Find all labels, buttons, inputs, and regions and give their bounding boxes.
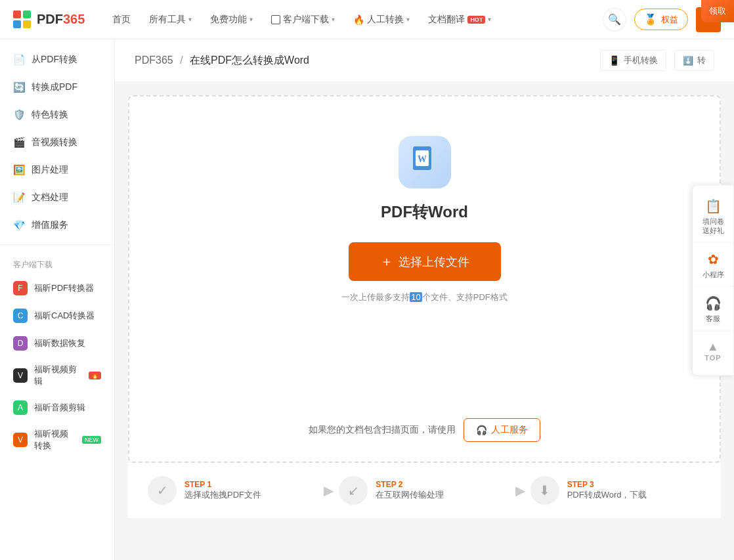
float-top-button[interactable]: ▲ TOP — [693, 334, 733, 368]
data-recovery-icon: D — [13, 336, 28, 351]
upload-file-button[interactable]: ＋ 选择上传文件 — [349, 242, 501, 281]
step-1-label: STEP 1 — [184, 480, 318, 489]
step-1-desc: 选择或拖拽PDF文件 — [184, 489, 318, 501]
lingqu-button[interactable]: 领取 — [701, 0, 734, 22]
download-convert-button[interactable]: ⬇️ 转 — [674, 50, 714, 71]
breadcrumb-home[interactable]: PDF365 — [135, 54, 173, 66]
sidebar-item-to-pdf[interactable]: 🔄 转换成PDF — [0, 74, 114, 101]
nav-human-convert[interactable]: 🔥 人工转换 ▾ — [345, 10, 418, 30]
chevron-down-icon: ▾ — [332, 16, 335, 23]
content-area: PDF365 / 在线PDF怎么转换成Word 📱 手机转换 ⬇️ 转 — [115, 39, 734, 560]
tool-icon-wrapper: W — [399, 136, 451, 188]
sidebar: 📄 从PDF转换 🔄 转换成PDF 🛡️ 特色转换 🎬 音视频转换 🖼️ 图片处… — [0, 39, 115, 560]
video-edit-icon: V — [13, 368, 28, 383]
human-service-text: 如果您的文档包含扫描页面，请使用 — [309, 424, 456, 436]
phone-icon: 📱 — [609, 55, 620, 66]
step-2-label: STEP 2 — [376, 480, 509, 489]
svg-text:W: W — [418, 154, 427, 164]
download-icon: ⬇️ — [683, 56, 693, 66]
step-3-content: STEP 3 PDF转成Word，下载 — [559, 480, 701, 501]
logo-sq-yellow — [23, 20, 31, 28]
chevron-down-icon: ▾ — [249, 16, 253, 23]
step-3-desc: PDF转成Word，下载 — [567, 489, 701, 501]
cad-converter-icon: C — [13, 309, 28, 323]
quanyi-icon: 🏅 — [644, 13, 657, 26]
to-pdf-icon: 🔄 — [13, 81, 25, 93]
sidebar-client-cad-converter[interactable]: C 福昕CAD转换器 — [0, 302, 114, 330]
sidebar-item-doc-process[interactable]: 📝 文档处理 — [0, 184, 114, 211]
plus-icon: ＋ — [380, 253, 393, 270]
value-added-icon: 💎 — [13, 219, 25, 231]
client-section-title: 客户端下载 — [0, 250, 114, 274]
step-2-desc: 在互联网传输处理 — [376, 489, 509, 501]
av-convert-icon: 🎬 — [13, 137, 25, 148]
sidebar-item-image-process[interactable]: 🖼️ 图片处理 — [0, 156, 114, 184]
customer-service-icon: 🎧 — [705, 296, 722, 312]
step-1: ✓ STEP 1 选择或拖拽PDF文件 — [148, 476, 318, 505]
steps-section: ✓ STEP 1 选择或拖拽PDF文件 ▶ ↙ STEP 2 在互联网传输处理 … — [128, 463, 721, 518]
fire-badge: 🔥 — [89, 372, 101, 379]
step-2: ↙ STEP 2 在互联网传输处理 — [339, 476, 509, 505]
headset-icon: 🎧 — [476, 425, 487, 435]
pdf-converter-icon: F — [13, 281, 28, 295]
nav-client-download[interactable]: 客户端下载 ▾ — [263, 10, 343, 30]
step-3: ⬇ STEP 3 PDF转成Word，下载 — [530, 476, 701, 505]
chevron-down-icon: ▾ — [488, 16, 491, 23]
breadcrumb-separator: / — [180, 54, 183, 66]
chevron-down-icon: ▾ — [406, 16, 410, 23]
float-miniprogram[interactable]: ✿ 小程序 — [693, 246, 733, 287]
nav-home[interactable]: 首页 — [104, 10, 139, 30]
mobile-convert-button[interactable]: 📱 手机转换 — [600, 50, 666, 71]
video-convert-icon: V — [13, 433, 28, 447]
human-service-area: 如果您的文档包含扫描页面，请使用 🎧 人工服务 — [309, 418, 540, 442]
sidebar-client-video-edit[interactable]: V 福昕视频剪辑 🔥 — [0, 357, 114, 394]
doc-process-icon: 📝 — [13, 192, 25, 204]
step-1-icon: ✓ — [148, 476, 177, 505]
sidebar-client-audio-edit[interactable]: A 福昕音频剪辑 — [0, 394, 114, 421]
main-layout: 📄 从PDF转换 🔄 转换成PDF 🛡️ 特色转换 🎬 音视频转换 🖼️ 图片处… — [0, 39, 734, 560]
sidebar-item-from-pdf[interactable]: 📄 从PDF转换 — [0, 46, 114, 74]
top-arrow-icon: ▲ — [707, 340, 719, 354]
logo-sq-red — [13, 11, 21, 18]
nav-all-tools[interactable]: 所有工具 ▾ — [141, 10, 200, 30]
upload-hint: 一次上传最多支持10个文件、支持PDF格式 — [341, 291, 507, 303]
top-label: TOP — [704, 354, 721, 362]
page-header-actions: 📱 手机转换 ⬇️ 转 — [600, 50, 714, 71]
quanyi-button[interactable]: 🏅 权益 — [634, 9, 688, 30]
special-convert-icon: 🛡️ — [13, 109, 25, 121]
step-2-icon: ↙ — [339, 476, 368, 505]
breadcrumb: PDF365 / 在线PDF怎么转换成Word — [135, 54, 309, 68]
hot-badge: HOT — [467, 16, 485, 24]
questionnaire-label: 填问卷送好礼 — [702, 217, 724, 236]
logo-sq-green — [23, 11, 31, 18]
page-header: PDF365 / 在线PDF怎么转换成Word 📱 手机转换 ⬇️ 转 — [115, 39, 734, 82]
step-arrow-1: ▶ — [324, 483, 334, 498]
sidebar-client-data-recovery[interactable]: D 福昕数据恢复 — [0, 330, 114, 357]
sidebar-item-special-convert[interactable]: 🛡️ 特色转换 — [0, 101, 114, 129]
logo[interactable]: PDF365 — [13, 11, 85, 29]
search-button[interactable]: 🔍 — [603, 8, 626, 32]
logo-squares — [13, 11, 32, 29]
image-process-icon: 🖼️ — [13, 164, 25, 176]
questionnaire-icon: 📋 — [705, 198, 722, 214]
nav-menu: 首页 所有工具 ▾ 免费功能 ▾ 客户端下载 ▾ 🔥 人工转换 ▾ 文档翻译 H… — [104, 10, 603, 30]
nav-free-features[interactable]: 免费功能 ▾ — [202, 10, 261, 30]
flame-icon: 🔥 — [353, 14, 364, 25]
audio-edit-icon: A — [13, 400, 28, 415]
float-customer-service[interactable]: 🎧 客服 — [693, 290, 733, 331]
human-service-button[interactable]: 🎧 人工服务 — [464, 418, 540, 442]
sidebar-item-av-convert[interactable]: 🎬 音视频转换 — [0, 129, 114, 156]
chevron-down-icon: ▾ — [188, 16, 192, 23]
right-float-sidebar: 📋 填问卷送好礼 ✿ 小程序 🎧 客服 ▲ TOP — [692, 184, 734, 376]
word-icon: W — [410, 145, 439, 180]
sidebar-item-value-added[interactable]: 💎 增值服务 — [0, 211, 114, 239]
float-questionnaire[interactable]: 📋 填问卷送好礼 — [693, 192, 733, 243]
logo-sq-blue — [13, 20, 21, 28]
breadcrumb-current: 在线PDF怎么转换成Word — [190, 54, 309, 66]
nav-doc-translate[interactable]: 文档翻译 HOT ▾ — [420, 10, 499, 30]
sidebar-divider — [0, 244, 114, 245]
sidebar-client-video-convert[interactable]: V 福昕视频转换 NEW — [0, 421, 114, 458]
hint-number: 10 — [410, 292, 421, 302]
sidebar-client-pdf-converter[interactable]: F 福昕PDF转换器 — [0, 274, 114, 302]
monitor-icon — [271, 15, 280, 24]
